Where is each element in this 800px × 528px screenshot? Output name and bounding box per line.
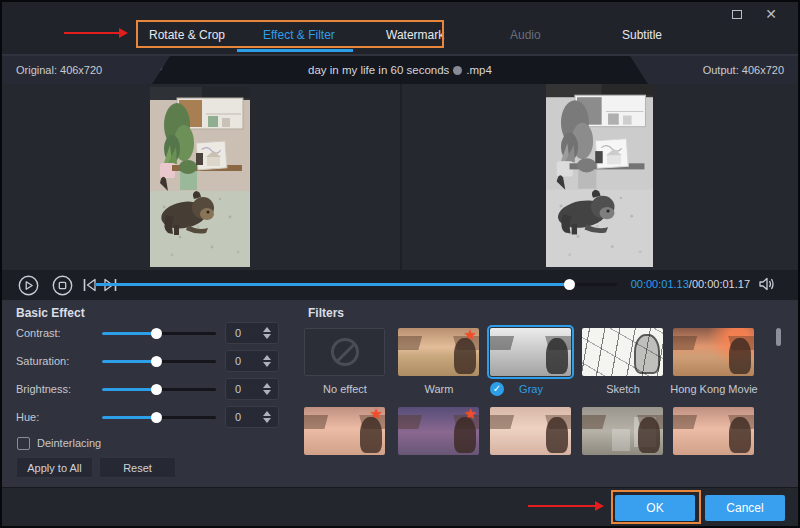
original-video-preview xyxy=(150,87,250,267)
brightness-spinner[interactable]: 0 xyxy=(225,378,279,400)
filter-hong-kong-movie[interactable] xyxy=(673,328,754,376)
filters-title: Filters xyxy=(308,306,344,320)
file-extension: .mp4 xyxy=(466,64,492,76)
saturation-slider-handle[interactable] xyxy=(151,356,162,367)
filters-scrollbar[interactable] xyxy=(776,328,781,346)
tab-rotate-crop[interactable]: Rotate & Crop xyxy=(149,28,225,42)
volume-icon[interactable] xyxy=(758,276,776,292)
footer-bar: OK Cancel xyxy=(2,487,798,526)
basic-effect-title: Basic Effect xyxy=(16,306,85,320)
prohibition-icon xyxy=(331,338,359,366)
filter-label-no-effect[interactable]: No effect xyxy=(300,383,390,395)
apply-to-all-button[interactable]: Apply to All xyxy=(16,457,93,478)
contrast-spinner[interactable]: 0 xyxy=(225,322,279,344)
saturation-value: 0 xyxy=(235,355,241,367)
contrast-up-icon[interactable] xyxy=(263,327,271,332)
deinterlacing-label: Deinterlacing xyxy=(37,437,101,449)
cancel-button[interactable]: Cancel xyxy=(705,495,785,521)
hue-label: Hue: xyxy=(16,411,39,423)
star-badge-icon: ★ xyxy=(464,328,477,344)
filter-tile-6[interactable]: ★ xyxy=(304,407,385,455)
hue-up-icon[interactable] xyxy=(263,411,271,416)
filtered-video-preview xyxy=(546,84,653,267)
output-size-label: Output: 406x720 xyxy=(703,64,784,76)
filter-gray[interactable] xyxy=(490,328,571,376)
filter-label-hong-kong-movie[interactable]: Hong Kong Movie xyxy=(669,383,759,395)
contrast-label: Contrast: xyxy=(16,327,61,339)
active-tab-underline xyxy=(237,49,353,52)
brightness-up-icon[interactable] xyxy=(263,383,271,388)
ok-button[interactable]: OK xyxy=(615,495,695,521)
filter-tile-10[interactable] xyxy=(673,407,754,455)
hue-spinner[interactable]: 0 xyxy=(225,406,279,428)
filter-label-warm[interactable]: Warm xyxy=(394,383,484,395)
total-time: /00:00:01.17 xyxy=(689,278,750,290)
brightness-value: 0 xyxy=(235,383,241,395)
reset-button[interactable]: Reset xyxy=(99,457,176,478)
contrast-slider-handle[interactable] xyxy=(151,328,162,339)
filter-label-gray[interactable]: Gray xyxy=(486,383,576,395)
edit-icon[interactable] xyxy=(453,66,462,75)
file-title: day in my life in 60 seconds xyxy=(308,64,449,76)
saturation-slider[interactable] xyxy=(102,360,216,363)
filter-label-sketch[interactable]: Sketch xyxy=(578,383,668,395)
original-size-label: Original: 406x720 xyxy=(16,64,102,76)
saturation-label: Saturation: xyxy=(16,355,69,367)
filter-sketch[interactable] xyxy=(582,328,663,376)
tab-subtitle[interactable]: Subtitle xyxy=(622,28,662,42)
filter-tile-9[interactable] xyxy=(582,407,663,455)
close-button[interactable]: ✕ xyxy=(762,6,780,22)
preview-divider xyxy=(400,84,402,270)
brightness-slider-handle[interactable] xyxy=(151,384,162,395)
brightness-label: Brightness: xyxy=(16,383,71,395)
tab-effect-filter[interactable]: Effect & Filter xyxy=(263,28,335,42)
hue-slider[interactable] xyxy=(102,416,216,419)
filter-tile-8[interactable] xyxy=(490,407,571,455)
hue-down-icon[interactable] xyxy=(263,418,271,423)
titlebar: ✕ Rotate & Crop Effect & Filter Watermar… xyxy=(2,2,798,54)
contrast-slider[interactable] xyxy=(102,332,216,335)
tab-audio[interactable]: Audio xyxy=(510,28,541,42)
stop-button[interactable] xyxy=(52,275,73,296)
current-time: 00:00:01.13 xyxy=(631,278,689,290)
filter-tile-7[interactable]: ★ xyxy=(398,407,479,455)
transport-bar: 00:00:01.13/00:00:01.17 xyxy=(2,270,798,300)
brightness-down-icon[interactable] xyxy=(263,390,271,395)
saturation-up-icon[interactable] xyxy=(263,355,271,360)
filter-no-effect[interactable] xyxy=(304,328,385,376)
play-button[interactable] xyxy=(18,275,39,296)
tab-watermark[interactable]: Watermark xyxy=(386,28,444,42)
deinterlacing-checkbox[interactable] xyxy=(17,437,30,450)
hue-value: 0 xyxy=(235,411,241,423)
star-badge-icon: ★ xyxy=(464,407,477,423)
hue-slider-handle[interactable] xyxy=(151,412,162,423)
seek-slider[interactable] xyxy=(95,283,617,286)
seek-handle[interactable] xyxy=(564,279,575,290)
brightness-slider[interactable] xyxy=(102,388,216,391)
star-badge-icon: ★ xyxy=(370,407,383,423)
preview-header: day in my life in 60 seconds .mp4 Origin… xyxy=(2,56,798,84)
seek-progress xyxy=(95,283,569,286)
saturation-spinner[interactable]: 0 xyxy=(225,350,279,372)
sketch-texture xyxy=(582,328,663,376)
effect-filter-dialog: ✕ Rotate & Crop Effect & Filter Watermar… xyxy=(0,0,800,528)
preview-area xyxy=(2,84,798,270)
contrast-down-icon[interactable] xyxy=(263,334,271,339)
contrast-value: 0 xyxy=(235,327,241,339)
filter-warm[interactable]: ★ xyxy=(398,328,479,376)
saturation-down-icon[interactable] xyxy=(263,362,271,367)
time-display: 00:00:01.13/00:00:01.17 xyxy=(631,278,750,290)
maximize-button[interactable] xyxy=(728,6,746,22)
